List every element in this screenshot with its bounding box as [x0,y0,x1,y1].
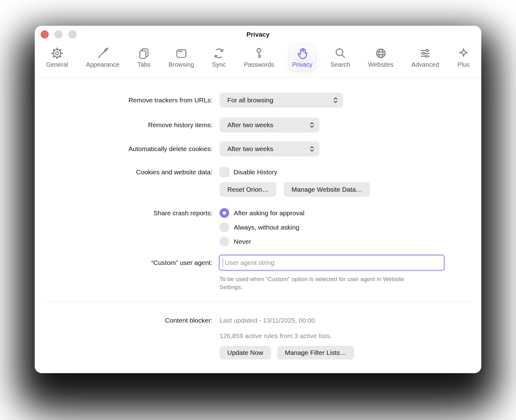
tab-privacy[interactable]: Privacy [289,44,316,71]
window-title: Privacy [247,31,270,38]
content-blocker-rules: 126,859 active rules from 3 active lists… [220,332,481,340]
tab-advanced[interactable]: Advanced [408,44,443,71]
crash-reports-label: Share crash reports: [35,208,212,218]
titlebar: Privacy [35,26,481,43]
tab-label: Sync [212,61,226,68]
content-blocker-row: Content blocker: Last updated - 13/11/20… [35,316,481,360]
tab-label: Browsing [168,61,194,68]
tab-label: Search [331,61,350,68]
user-agent-label: “Custom” user agent: [35,255,212,270]
minimize-button[interactable] [55,30,63,38]
content-blocker-label: Content blocker: [35,316,212,324]
website-data-label: Cookies and website data: [35,167,212,177]
chevron-updown-icon [309,145,314,152]
update-now-button[interactable]: Update Now [220,346,271,360]
tab-general[interactable]: General [42,44,71,71]
key-icon [252,46,265,61]
tab-label: General [46,61,68,68]
text-caret [222,258,223,267]
website-data-row: Cookies and website data: Disable Histor… [35,167,481,197]
search-icon [334,46,347,61]
history-row: Remove history items: After two weeks [35,118,481,132]
tab-passwords[interactable]: Passwords [240,44,278,71]
tab-sync[interactable]: Sync [209,44,229,71]
tab-label: Tabs [137,61,150,68]
tab-websites[interactable]: Websites [365,44,397,71]
tab-plus[interactable]: Plus [454,44,474,71]
radio-option-after-asking[interactable]: After asking for approval [220,208,481,218]
section-divider [44,302,472,302]
close-button[interactable] [41,30,49,38]
radio-option-always[interactable]: Always, without asking [220,222,481,232]
radio-button[interactable] [220,208,229,218]
content-blocker-last-updated: Last updated - 13/11/2025, 00:00 [220,316,481,324]
history-select-value: After two weeks [227,121,273,129]
radio-label: After asking for approval [234,209,305,217]
disable-history-checkbox[interactable] [220,167,229,177]
trackers-row: Remove trackers from URLs: For all brows… [35,93,481,108]
browser-window-icon [175,46,188,61]
sparkle-icon [457,46,470,61]
tab-label: Appearance [86,61,119,68]
tab-tabs[interactable]: Tabs [134,44,154,71]
trackers-label: Remove trackers from URLs: [35,96,212,104]
tab-label: Privacy [292,61,313,68]
tab-label: Passwords [244,61,274,68]
toolbar: General Appearance [35,43,481,78]
crash-reports-row: Share crash reports: After asking for ap… [35,208,481,246]
tab-appearance[interactable]: Appearance [82,44,123,71]
paintbrush-icon [96,46,109,61]
chevron-updown-icon [333,97,338,104]
trackers-select-value: For all browsing [227,96,273,104]
user-agent-help-text: To be used when “Custom” option is selec… [220,275,418,291]
tab-search[interactable]: Search [327,44,354,71]
reset-orion-button[interactable]: Reset Orion… [220,182,276,197]
preferences-window: Privacy General [35,26,481,373]
traffic-lights [41,26,77,43]
cookies-select-value: After two weeks [227,145,273,153]
tab-label: Plus [457,61,469,68]
user-agent-row: “Custom” user agent: To be used when “Cu… [35,255,481,291]
cookies-row: Automatically delete cookies: After two … [35,141,481,156]
screen: Privacy General [0,0,516,420]
sliders-icon [419,46,432,61]
radio-label: Always, without asking [234,224,299,231]
manage-website-data-button[interactable]: Manage Website Data… [284,182,370,197]
disable-history-label: Disable History [234,168,277,176]
user-agent-input[interactable] [220,255,444,270]
globe-icon [374,46,387,61]
history-label: Remove history items: [35,121,212,129]
cookies-label: Automatically delete cookies: [35,145,212,153]
radio-label: Never [234,238,251,245]
gear-icon [51,46,64,61]
tabs-icon [137,46,150,61]
hand-raised-icon [296,46,309,61]
privacy-pane: Remove trackers from URLs: For all brows… [35,78,481,360]
zoom-button[interactable] [69,30,77,38]
cookies-select[interactable]: After two weeks [220,141,319,156]
radio-button[interactable] [220,237,229,246]
chevron-updown-icon [309,122,314,128]
manage-filter-lists-button[interactable]: Manage Filter Lists… [277,346,354,360]
radio-option-never[interactable]: Never [220,237,481,246]
tab-browsing[interactable]: Browsing [165,44,197,71]
history-select[interactable]: After two weeks [220,118,319,132]
tab-label: Websites [368,61,394,68]
tab-label: Advanced [411,61,439,68]
trackers-select[interactable]: For all browsing [220,93,343,108]
radio-button[interactable] [220,222,229,232]
sync-arrows-icon [212,46,225,61]
